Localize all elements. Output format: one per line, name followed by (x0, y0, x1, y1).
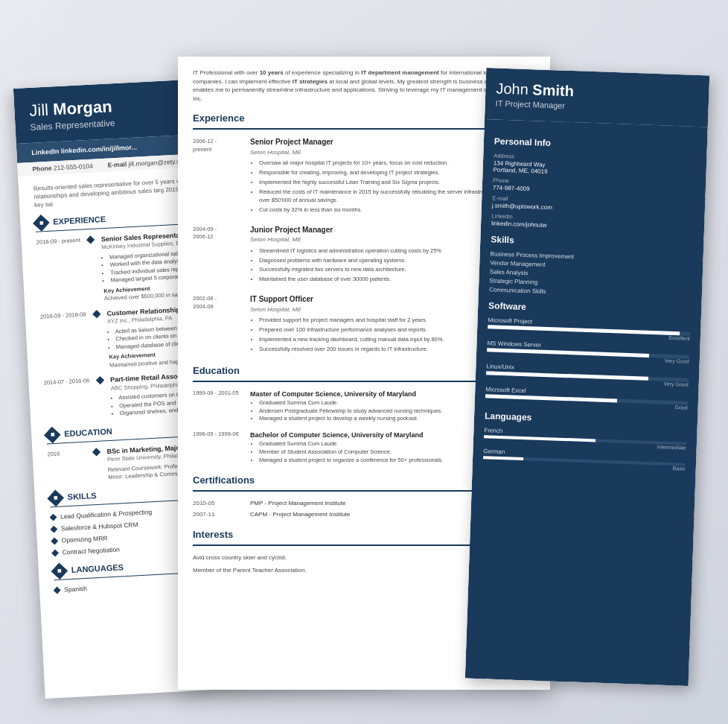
resume1-email: E-mail jill.morgan@zety.com (107, 157, 188, 169)
skills-icon: ◆ (47, 490, 64, 507)
education-icon: ◆ (44, 427, 61, 444)
resume2-job2-content: Junior Project Manager Seton Hospital, M… (250, 225, 441, 286)
resume1-linkedin: LinkedIn linkedin.com/in/jillmor... (31, 144, 137, 156)
software-bar-3: Linux/Unix Very Good (486, 363, 689, 387)
languages-icon: ◆ (51, 562, 68, 579)
timeline-dot (86, 235, 95, 244)
skill-diamond (51, 538, 58, 545)
lang-bar-1: French Intermediate (484, 427, 687, 450)
skill-diamond (50, 514, 57, 521)
resume2-job3-content: IT Support Officer Seton Hospital, ME Pr… (250, 294, 444, 355)
resume2-edu2-content: Bachelor of Computer Science, University… (250, 431, 443, 465)
skill-diamond (50, 526, 57, 533)
lang-diamond (54, 586, 61, 594)
timeline-dot-3 (96, 376, 104, 384)
skill-diamond (51, 550, 59, 557)
resume2-summary: IT Professional with over 10 years of ex… (193, 69, 535, 103)
resume3-sidebar: Personal Info Address 134 Rightward WayP… (465, 119, 708, 686)
lang-bar-2: German Basic (483, 448, 686, 471)
edu-dot (92, 448, 100, 456)
experience-icon: ◆ (33, 215, 50, 232)
resume3-skills-list: Business Process Improvement Vendor Mana… (489, 250, 693, 299)
software-bar-1: Microsoft Project Excellent (488, 317, 691, 340)
resume-john-smith: John Smith IT Project Manager Personal I… (465, 68, 709, 686)
software-bar-4: Microsoft Excel Good (485, 386, 689, 410)
resume2-edu1-content: Master of Computer Science, University o… (250, 390, 442, 424)
timeline-dot-2 (92, 310, 100, 318)
resume1-phone: Phone 212-555-0104 (32, 162, 93, 173)
resume3-header: John Smith IT Project Manager (485, 68, 709, 127)
software-bar-2: MS Windows Server Very Good (487, 340, 690, 363)
